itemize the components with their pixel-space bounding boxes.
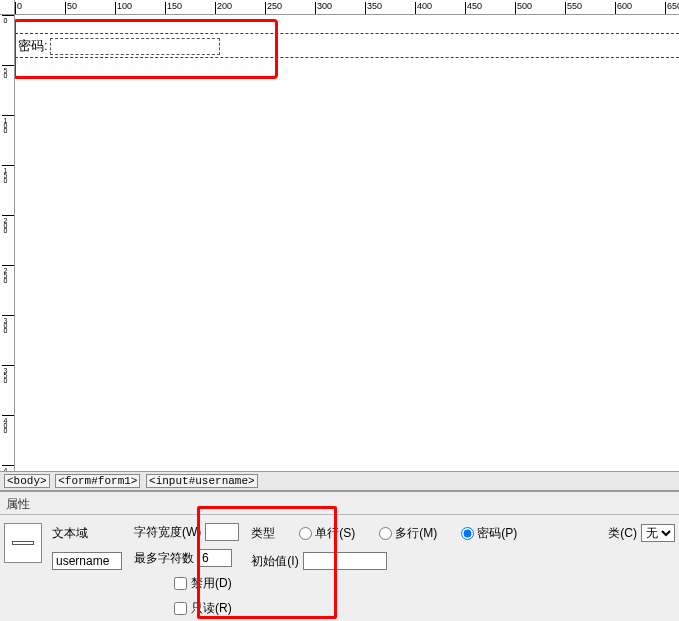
class-selector-row: 类(C) 无 [608,524,675,542]
class-label: 类(C) [608,525,637,542]
init-value-label: 初始值(I) [251,553,298,570]
ruler-horizontal: 0 50 100 150 200 250 300 350 400 450 500… [15,0,679,15]
ruler-tick: 350 [2,365,15,382]
ruler-tick: 300 [315,2,332,15]
radio-multi-wrap[interactable]: 多行(M) [379,525,437,542]
radio-password-label: 密码(P) [477,525,517,542]
properties-title: 属性 [2,494,34,515]
col-chars: 字符宽度(W) 最多字符数 禁用(D) 只读(R) [134,523,239,613]
radio-single[interactable] [299,527,312,540]
ruler-tick: 100 [115,2,132,15]
radio-single-wrap[interactable]: 单行(S) [299,525,355,542]
ruler-vertical: 0 50 100 150 200 250 300 350 400 450 [0,15,15,471]
textfield-icon [4,523,42,563]
char-width-label: 字符宽度(W) [134,524,201,541]
max-chars-label: 最多字符数 [134,550,194,567]
max-chars-input[interactable] [198,549,232,567]
ruler-tick: 400 [415,2,432,15]
type-group-label: 类型 [251,525,275,542]
type-label: 文本域 [52,525,88,542]
ruler-tick: 100 [2,115,15,132]
tag-form[interactable]: <form#form1> [55,474,140,488]
ruler-tick: 0 [2,15,15,22]
ruler-tick: 50 [2,65,15,77]
ruler-corner [0,0,15,15]
design-canvas[interactable]: 密码: [15,15,679,471]
col-id: 文本域 [52,523,122,613]
char-width-input[interactable] [205,523,239,541]
ruler-tick: 200 [215,2,232,15]
tag-input[interactable]: <input#username> [146,474,258,488]
ruler-tick: 350 [365,2,382,15]
ruler-tick: 300 [2,315,15,332]
radio-password-wrap[interactable]: 密码(P) [461,525,517,542]
radio-single-label: 单行(S) [315,525,355,542]
disabled-label: 禁用(D) [191,575,232,592]
readonly-checkbox[interactable] [174,602,187,615]
col-type: 类型 单行(S) 多行(M) 密码(P) 初始值(I) [251,523,517,613]
password-input-placeholder[interactable] [50,38,220,55]
ruler-tick: 600 [615,2,632,15]
ruler-tick: 150 [2,165,15,182]
properties-body: 文本域 字符宽度(W) 最多字符数 禁用(D) 只读(R) [0,514,679,621]
radio-password[interactable] [461,527,474,540]
tag-body[interactable]: <body> [4,474,50,488]
ruler-tick: 400 [2,415,15,432]
ruler-tick: 500 [515,2,532,15]
password-field-row[interactable]: 密码: [18,37,220,55]
ruler-tick: 200 [2,215,15,232]
class-select[interactable]: 无 [641,524,675,542]
ruler-tick: 450 [465,2,482,15]
radio-multi-label: 多行(M) [395,525,437,542]
init-value-input[interactable] [303,552,387,570]
password-label: 密码: [18,37,48,55]
form-guide-bottom [15,57,679,58]
ruler-tick: 250 [2,265,15,282]
ruler-tick: 650 [665,2,679,15]
ruler-tick: 150 [165,2,182,15]
tag-selector-bar[interactable]: <body> <form#form1> <input#username> [0,471,679,491]
readonly-label: 只读(R) [191,600,232,617]
ruler-tick: 50 [65,2,77,15]
form-guide-top [15,33,679,34]
ruler-tick: 0 [15,2,22,15]
properties-panel: 属性 文本域 字符宽度(W) 最多字符数 禁用(D) [0,491,679,621]
ruler-tick: 550 [565,2,582,15]
ruler-tick: 250 [265,2,282,15]
radio-multi[interactable] [379,527,392,540]
disabled-checkbox[interactable] [174,577,187,590]
id-input[interactable] [52,552,122,570]
